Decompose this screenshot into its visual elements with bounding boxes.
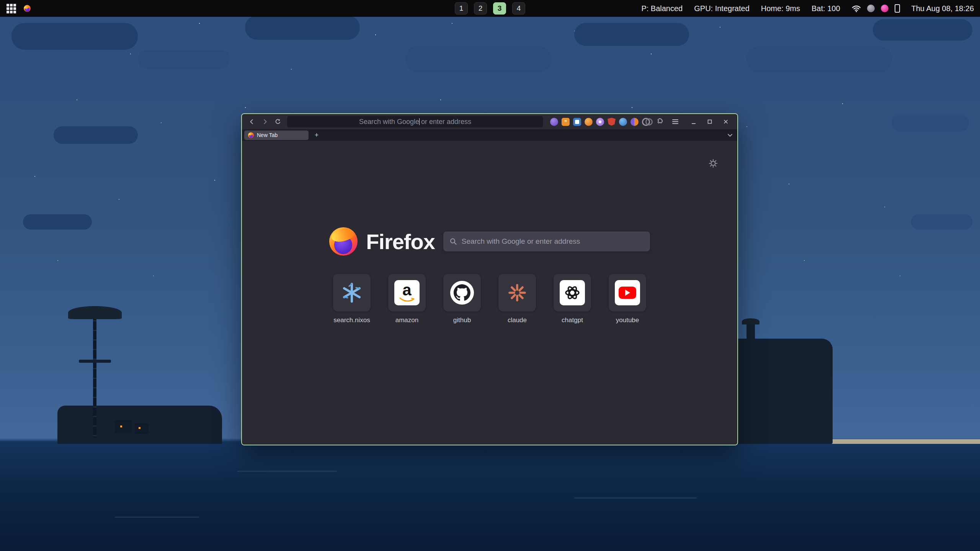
extension-icon-8[interactable] xyxy=(630,118,639,126)
nixos-snowflake-icon xyxy=(341,282,362,303)
window-controls xyxy=(684,116,733,127)
extension-icon-9[interactable] xyxy=(642,118,650,126)
youtube-play-badge xyxy=(619,287,636,299)
forward-button[interactable] xyxy=(259,116,271,127)
firefox-wordmark: Firefox xyxy=(366,229,435,254)
shortcut-tile xyxy=(443,274,481,311)
wifi-icon[interactable] xyxy=(852,5,861,12)
clock: Thu Aug 08, 18:26 xyxy=(911,4,974,13)
personalize-button[interactable] xyxy=(708,158,718,170)
extension-icon-6[interactable] xyxy=(608,118,616,126)
status-orb-icon[interactable] xyxy=(867,5,875,12)
shortcut-tile xyxy=(498,274,536,311)
device-icon[interactable] xyxy=(895,4,900,13)
sea-glint xyxy=(237,471,337,472)
cloud xyxy=(54,126,138,144)
github-octocat-icon xyxy=(454,284,470,301)
newtab-search[interactable] xyxy=(443,231,650,251)
workspace-switcher: 1 2 3 4 xyxy=(455,2,525,15)
shortcut-label: chatgpt xyxy=(562,316,583,324)
newtab-hero: Firefox xyxy=(242,227,737,256)
extension-icon-1[interactable] xyxy=(550,118,558,126)
back-button[interactable] xyxy=(246,116,258,127)
sea-glint xyxy=(115,517,199,518)
shortcut-label: search.nixos xyxy=(333,316,370,324)
puzzle-icon xyxy=(656,118,663,126)
magenta-orb-icon[interactable] xyxy=(881,5,889,12)
lit-window xyxy=(139,427,140,429)
app-menu-button[interactable] xyxy=(669,116,681,127)
home-latency-status: Home: 9ms xyxy=(761,4,800,13)
chevron-down-icon xyxy=(727,133,733,137)
shortcut-tile: a xyxy=(388,274,426,311)
firefox-logo xyxy=(329,227,358,256)
cloud xyxy=(574,23,689,46)
new-tab-button[interactable]: + xyxy=(312,130,322,140)
shortcut-youtube[interactable]: youtube xyxy=(600,274,655,324)
urlbar-input[interactable]: Search with Google or enter address xyxy=(287,116,543,127)
shortcut-label: github xyxy=(453,316,471,324)
tab-new-tab[interactable]: New Tab xyxy=(244,130,309,140)
minimize-button[interactable] xyxy=(688,116,700,127)
maximize-icon xyxy=(707,119,712,124)
island-rock xyxy=(731,339,833,444)
maximize-button[interactable] xyxy=(704,116,716,127)
shortcuts-row: search.nixos a amazon xyxy=(242,274,737,324)
gpu-status: GPU: Integrated xyxy=(694,4,750,13)
cloud xyxy=(892,115,969,132)
openai-knot-icon xyxy=(564,284,581,302)
amazon-a-glyph: a xyxy=(402,283,411,297)
hut xyxy=(115,420,132,433)
list-all-tabs-button[interactable] xyxy=(725,130,735,140)
shortcut-label: youtube xyxy=(616,316,639,324)
cloud xyxy=(746,46,892,73)
unified-extensions-button[interactable] xyxy=(653,116,666,127)
workspace-3-active[interactable]: 3 xyxy=(493,2,506,15)
reload-button[interactable] xyxy=(272,116,284,127)
island-tower-roof xyxy=(742,318,760,324)
cloud xyxy=(138,50,230,69)
workspace-1[interactable]: 1 xyxy=(455,2,468,15)
sea-glint xyxy=(574,497,697,499)
shortcut-label: claude xyxy=(508,316,527,324)
lit-window xyxy=(120,425,122,427)
cloud xyxy=(406,46,551,73)
forward-icon xyxy=(261,118,268,125)
island-tower xyxy=(746,323,755,342)
shortcut-search-nixos[interactable]: search.nixos xyxy=(324,274,379,324)
workspace-2[interactable]: 2 xyxy=(474,2,487,15)
amazon-smile-icon xyxy=(399,297,415,303)
back-icon xyxy=(248,118,255,125)
extension-icon-5[interactable] xyxy=(596,118,604,126)
github-icon xyxy=(450,281,474,305)
amazon-icon: a xyxy=(394,280,420,305)
shortcut-amazon[interactable]: a amazon xyxy=(379,274,434,324)
firefox-launcher-icon[interactable] xyxy=(24,5,31,12)
gear-icon xyxy=(708,158,718,168)
battery-status: Bat: 100 xyxy=(812,4,840,13)
cloud xyxy=(23,214,92,230)
extension-icon-3[interactable] xyxy=(573,118,581,126)
shortcut-tile xyxy=(333,274,371,311)
extension-icon-4[interactable] xyxy=(585,118,593,126)
minimize-icon xyxy=(691,119,696,124)
cloud xyxy=(911,214,972,230)
shortcut-chatgpt[interactable]: chatgpt xyxy=(545,274,600,324)
reload-icon xyxy=(274,118,281,125)
shortcut-claude[interactable]: claude xyxy=(490,274,545,324)
workspace-4[interactable]: 4 xyxy=(512,2,525,15)
close-button[interactable] xyxy=(720,116,732,127)
newtab-search-input[interactable] xyxy=(462,237,644,246)
topbar: 1 2 3 4 P: Balanced GPU: Integrated Home… xyxy=(0,0,980,17)
firefox-window: Search with Google or enter address xyxy=(241,113,738,445)
extension-icon-2[interactable] xyxy=(562,118,570,126)
text-caret xyxy=(419,118,420,125)
newtab-page: Firefox xyxy=(242,141,737,445)
youtube-icon xyxy=(615,280,640,305)
apps-grid-icon[interactable] xyxy=(5,3,17,14)
cloud xyxy=(873,19,972,41)
shortcut-tile xyxy=(554,274,591,311)
shortcut-github[interactable]: github xyxy=(434,274,490,324)
tower-roof xyxy=(68,306,122,319)
extension-icon-7[interactable] xyxy=(619,118,627,126)
